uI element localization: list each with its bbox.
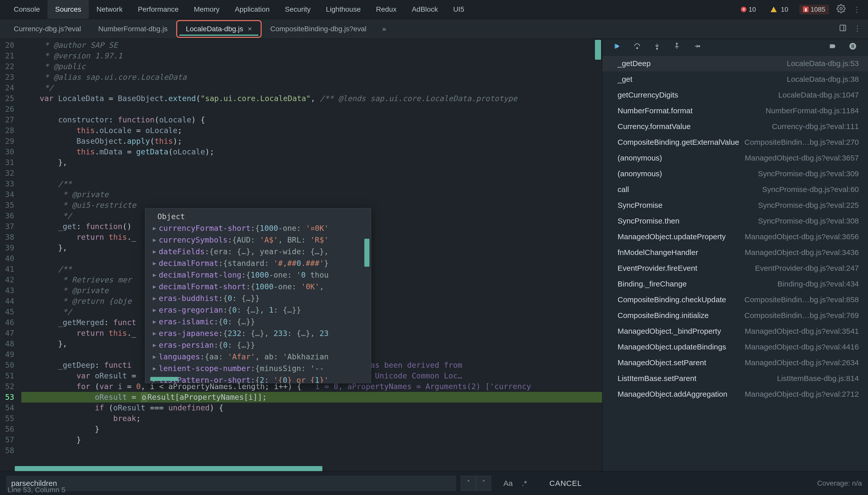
file-tab-compositebinding[interactable]: CompositeBinding-dbg.js?eval xyxy=(262,19,375,39)
object-property-row[interactable]: ▶listPattern-or-short: {2: '{0} or {1}' xyxy=(153,374,371,383)
file-tab-numberformat[interactable]: NumberFormat-dbg.js xyxy=(90,19,176,39)
expand-icon[interactable]: ▶ xyxy=(153,316,156,328)
panel-tab-ui5[interactable]: UI5 xyxy=(445,0,472,19)
editor-horizontal-scrollbar[interactable] xyxy=(15,466,322,471)
more-icon[interactable]: ⋮ xyxy=(853,5,861,14)
call-stack-frame[interactable]: SyncPromise.thenSyncPromise-dbg.js?eval:… xyxy=(602,213,868,229)
call-stack-frame[interactable]: ListItemBase.setParentListItemBase-dbg.j… xyxy=(602,371,868,386)
call-stack-frame[interactable]: (anonymous)SyncPromise-dbg.js?eval:309 xyxy=(602,166,868,182)
step-over-button[interactable] xyxy=(633,42,641,52)
call-stack-frame[interactable]: ManagedObject.updateBindingsManagedObjec… xyxy=(602,339,868,355)
error-count-badge[interactable]: ×10 xyxy=(737,4,759,15)
match-case-toggle[interactable]: Aa xyxy=(503,479,513,488)
object-property-row[interactable]: ▶eras-islamic: {0: {…}} xyxy=(153,316,371,328)
close-icon[interactable]: × xyxy=(248,25,252,33)
object-property-row[interactable]: ▶decimalFormat-short: {1000-one: '0K', xyxy=(153,281,371,293)
panel-tab-console[interactable]: Console xyxy=(6,0,48,19)
call-stack-frame[interactable]: (anonymous)ManagedObject-dbg.js?eval:365… xyxy=(602,150,868,166)
step-out-button[interactable] xyxy=(673,42,681,52)
object-property-row[interactable]: ▶decimalFormat-long: {1000-one: '0 thou xyxy=(153,269,371,281)
frame-location: LocaleData-dbg.js:53 xyxy=(787,59,859,68)
call-stack-frame[interactable]: CompositeBinding.checkUpdateCompositeBin… xyxy=(602,292,868,308)
resume-button[interactable] xyxy=(613,42,621,52)
panel-tab-network[interactable]: Network xyxy=(89,0,130,19)
extension-badge[interactable]: ▮1085 xyxy=(799,4,829,15)
expand-icon[interactable]: ▶ xyxy=(153,339,156,351)
panel-tab-memory[interactable]: Memory xyxy=(186,0,227,19)
call-stack-frame[interactable]: Currency.formatValueCurrency-dbg.js?eval… xyxy=(602,119,868,134)
call-stack-frame[interactable]: EventProvider.fireEventEventProvider-dbg… xyxy=(602,260,868,276)
step-into-button[interactable] xyxy=(653,42,661,52)
toggle-navigator-icon[interactable] xyxy=(839,24,847,34)
find-input[interactable] xyxy=(6,476,456,491)
panel-tab-redux[interactable]: Redux xyxy=(369,0,404,19)
object-property-row[interactable]: ▶eras-gregorian: {0: {…}, 1: {…}} xyxy=(153,304,371,316)
regex-toggle[interactable]: .* xyxy=(522,479,527,488)
more-options-icon[interactable]: ⋮ xyxy=(854,24,861,34)
object-property-row[interactable]: ▶decimalFormat: {standard: '#,##0.###'} xyxy=(153,258,371,269)
popover-resize-handle[interactable] xyxy=(150,377,178,381)
expand-icon[interactable]: ▶ xyxy=(153,269,156,281)
call-stack-frame[interactable]: callSyncPromise-dbg.js?eval:60 xyxy=(602,182,868,197)
file-tab-currency[interactable]: Currency-dbg.js?eval xyxy=(5,19,90,39)
find-cancel-button[interactable]: CANCEL xyxy=(539,479,592,488)
tabs-overflow-icon[interactable]: » xyxy=(375,25,393,33)
step-button[interactable] xyxy=(693,42,701,52)
svg-rect-1 xyxy=(840,25,846,31)
object-property-row[interactable]: ▶dateFields: {era: {…}, year-wide: {…}, xyxy=(153,246,371,258)
warning-count-badge[interactable]: 10 xyxy=(767,4,792,15)
expand-icon[interactable]: ▶ xyxy=(153,351,156,363)
expand-icon[interactable]: ▶ xyxy=(153,293,156,304)
call-stack-frame[interactable]: ManagedObject.setParentManagedObject-dbg… xyxy=(602,355,868,371)
expand-icon[interactable]: ▶ xyxy=(153,246,156,258)
frame-location: ManagedObject-dbg.js?eval:3656 xyxy=(745,233,859,241)
find-next-button[interactable]: ˅ xyxy=(476,476,491,491)
object-property-row[interactable]: ▶lenient-scope-number: {minusSign: '-- xyxy=(153,363,371,374)
frame-location: CompositeBindin…bg.js?eval:769 xyxy=(744,311,859,320)
code-editor[interactable]: 2021222324252627282930313233343536373839… xyxy=(0,39,602,471)
expand-icon[interactable]: ▶ xyxy=(153,222,156,234)
file-tab-label: LocaleData-dbg.js xyxy=(186,25,243,33)
call-stack-frame[interactable]: CompositeBinding.getExternalValueComposi… xyxy=(602,134,868,150)
call-stack-frame[interactable]: _getDeepLocaleData-dbg.js:53 xyxy=(602,56,868,71)
expand-icon[interactable]: ▶ xyxy=(153,304,156,316)
call-stack-frame[interactable]: ManagedObject._bindPropertyManagedObject… xyxy=(602,323,868,339)
expand-icon[interactable]: ▶ xyxy=(153,281,156,293)
panel-tab-sources[interactable]: Sources xyxy=(48,0,89,19)
object-property-row[interactable]: ▶eras-japanese: {232: {…}, 233: {…}, 23 xyxy=(153,328,371,339)
pause-on-exceptions-button[interactable] xyxy=(849,42,857,52)
file-tab-localedata[interactable]: LocaleData-dbg.js × xyxy=(176,20,262,38)
object-property-row[interactable]: ▶eras-persian: {0: {…}} xyxy=(153,339,371,351)
call-stack-frame[interactable]: SyncPromiseSyncPromise-dbg.js?eval:225 xyxy=(602,197,868,213)
frame-location: ManagedObject-dbg.js?eval:3657 xyxy=(745,154,859,162)
svg-rect-3 xyxy=(615,44,616,49)
object-property-row[interactable]: ▶eras-buddhist: {0: {…}} xyxy=(153,293,371,304)
call-stack-frame[interactable]: Binding._fireChangeBinding-dbg.js?eval:4… xyxy=(602,276,868,292)
find-prev-button[interactable]: ˄ xyxy=(461,476,476,491)
popover-scrollbar[interactable] xyxy=(364,239,370,267)
call-stack-frame[interactable]: _getLocaleData-dbg.js:38 xyxy=(602,71,868,87)
call-stack-frame[interactable]: ManagedObject.addAggregationManagedObjec… xyxy=(602,386,868,402)
panel-tab-lighthouse[interactable]: Lighthouse xyxy=(318,0,369,19)
call-stack-frame[interactable]: CompositeBinding.initializeCompositeBind… xyxy=(602,308,868,323)
object-property-row[interactable]: ▶currencyFormat-short: {1000-one: '¤0K' xyxy=(153,222,371,234)
object-property-row[interactable]: ▶currencySymbols: {AUD: 'A$', BRL: 'R$' xyxy=(153,234,371,246)
expand-icon[interactable]: ▶ xyxy=(153,258,156,269)
panel-tab-security[interactable]: Security xyxy=(277,0,318,19)
object-property-row[interactable]: ▶languages: {aa: 'Afar', ab: 'Abkhazian xyxy=(153,351,371,363)
panel-tab-performance[interactable]: Performance xyxy=(130,0,186,19)
call-stack-frame[interactable]: ManagedObject.updatePropertyManagedObjec… xyxy=(602,229,868,244)
file-tab-label: NumberFormat-dbg.js xyxy=(98,25,167,33)
expand-icon[interactable]: ▶ xyxy=(153,234,156,246)
call-stack-frame[interactable]: NumberFormat.formatNumberFormat-dbg.js:1… xyxy=(602,103,868,119)
expand-icon[interactable]: ▶ xyxy=(153,363,156,374)
expand-icon[interactable]: ▶ xyxy=(153,328,156,339)
settings-icon[interactable] xyxy=(836,4,846,15)
panel-tab-application[interactable]: Application xyxy=(227,0,277,19)
editor-vertical-scrollbar[interactable] xyxy=(595,40,601,60)
panel-tab-adblock[interactable]: AdBlock xyxy=(404,0,446,19)
frame-location: ManagedObject-dbg.js?eval:3436 xyxy=(745,248,859,257)
deactivate-breakpoints-button[interactable] xyxy=(829,42,836,52)
call-stack-frame[interactable]: fnModelChangeHandlerManagedObject-dbg.js… xyxy=(602,244,868,260)
call-stack-frame[interactable]: getCurrencyDigitsLocaleData-dbg.js:1047 xyxy=(602,87,868,103)
